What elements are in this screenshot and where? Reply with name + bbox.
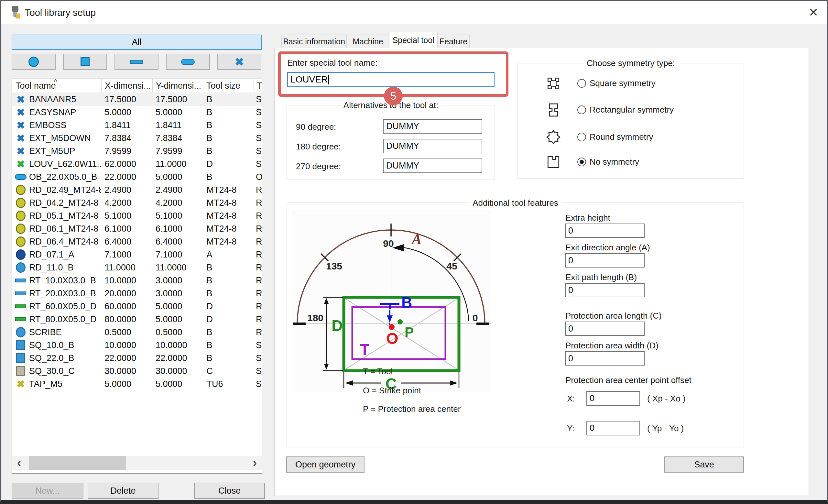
table-row[interactable]: SQ_10.0_B10.000010.0000BSquare xyxy=(12,339,262,352)
tool-type-value: Square xyxy=(253,366,262,376)
table-row[interactable]: ✖EXT_M5UP7.95997.9599BSpecial xyxy=(12,144,262,158)
tool-type-value: Obround xyxy=(253,172,262,182)
x-dimension-value: 5.0000 xyxy=(101,108,152,117)
table-row[interactable]: ✖EMBOSS1.84111.8411BSpecial xyxy=(12,119,262,132)
filter-square-button[interactable] xyxy=(63,54,107,70)
filter-round-button[interactable] xyxy=(12,54,56,70)
special-tool-icon: ✖ xyxy=(235,56,244,67)
tool-size-value: MT24-8 xyxy=(203,185,253,195)
table-row[interactable]: ✖TAP_M55.00005.0000TU6Special xyxy=(12,378,262,390)
tool-size-value: MT24-8 xyxy=(203,224,253,234)
filter-all-button[interactable]: All xyxy=(12,35,262,50)
radio-square-symmetry[interactable] xyxy=(577,79,586,88)
x-dimension-value: 1.8411 xyxy=(101,120,152,130)
offset-y-hint: ( Yp - Yo ) xyxy=(647,423,684,433)
table-row[interactable]: RD_05.1_MT24-85.10005.1000MT24-8Round xyxy=(12,209,262,222)
table-row[interactable]: RD_06.1_MT24-86.10006.1000MT24-8Round xyxy=(12,222,262,235)
bar-blue-shape xyxy=(15,291,26,295)
table-row[interactable]: SQ_22.0_B22.000022.0000BSquare xyxy=(12,352,262,365)
tab-special-tool[interactable]: Special tool xyxy=(389,32,438,48)
alt-degree-input[interactable]: DUMMY xyxy=(383,119,482,134)
table-row[interactable]: RD_11.0_B11.000011.0000BRound xyxy=(12,261,262,274)
y-dimension-value: 30.0000 xyxy=(152,366,203,376)
tool-type-value: Rectangle xyxy=(253,301,262,311)
table-row[interactable]: RD_06.4_MT24-86.40006.4000MT24-8Round xyxy=(12,235,262,248)
circle-navy-shape xyxy=(16,249,26,260)
svg-text:D: D xyxy=(332,317,343,334)
column-header-tool-size[interactable]: Tool size xyxy=(203,79,254,92)
table-row[interactable]: RT_80.0X05.0_D80.00005.0000DRectangle xyxy=(12,313,262,326)
scrollbar-thumb[interactable] xyxy=(29,456,126,470)
filter-obround-button[interactable] xyxy=(166,54,210,70)
new-button[interactable]: New... xyxy=(12,482,83,499)
alt-degree-input[interactable]: DUMMY xyxy=(383,159,482,173)
table-row[interactable]: ✖LOUV_L62.0W11....62.000011.0000DSpecial xyxy=(12,158,262,170)
open-geometry-button[interactable]: Open geometry xyxy=(286,456,365,473)
table-row[interactable]: RD_04.2_MT24-84.20004.2000MT24-8Round xyxy=(12,196,262,209)
table-row[interactable]: ✖EASYSNAP5.00005.0000BSpecial xyxy=(12,106,262,119)
radio-rectangular-symmetry[interactable] xyxy=(577,106,586,114)
feature-label: Protection area length (C) xyxy=(565,311,662,321)
table-row[interactable]: ✖BANAANR517.500017.5000BSpecial xyxy=(12,93,262,106)
table-row[interactable]: SQ_30.0_C30.000030.0000CSquare xyxy=(12,365,262,378)
sort-ascending-icon: ^ xyxy=(54,79,57,86)
svg-text:180: 180 xyxy=(307,312,323,323)
y-dimension-value: 2.4900 xyxy=(152,185,203,195)
offset-x-input[interactable]: 0 xyxy=(586,391,640,406)
tab-basic-information[interactable]: Basic information xyxy=(281,35,347,48)
alt-degree-label: 180 degree: xyxy=(296,142,341,152)
svg-text:P: P xyxy=(405,325,414,340)
x-dimension-value: 80.0000 xyxy=(101,314,152,325)
tool-name: RT_20.0X03.0_B xyxy=(29,289,101,299)
filter-rectangle-button[interactable] xyxy=(115,54,159,70)
tool-name: SQ_30.0_C xyxy=(29,366,101,376)
feature-input[interactable]: 0 xyxy=(565,223,645,238)
radio-round-symmetry[interactable] xyxy=(577,133,586,141)
table-row[interactable]: OB_22.0X05.0_B22.00005.0000BObround xyxy=(12,170,262,183)
annotation-step-badge: 5 xyxy=(384,87,403,106)
table-row[interactable]: SCRIBE0.50000.5000BRound xyxy=(12,326,262,339)
column-header-type[interactable]: Type xyxy=(254,79,262,92)
x-yellow-icon: ✖ xyxy=(14,378,27,390)
table-row[interactable]: RT_20.0X03.0_B20.00003.0000BRectangle xyxy=(12,287,262,300)
offset-y-label: Y: xyxy=(567,423,574,433)
table-row[interactable]: RD_02.49_MT24-82.49002.4900MT24-8Round xyxy=(12,183,262,196)
feature-input[interactable]: 0 xyxy=(565,322,645,336)
svg-text:90: 90 xyxy=(383,238,394,249)
feature-input[interactable]: 0 xyxy=(565,283,645,297)
table-row[interactable]: RT_60.0X05.0_D60.00005.0000DRectangle xyxy=(12,300,262,313)
tool-type-value: Round xyxy=(253,327,262,337)
feature-input[interactable]: 0 xyxy=(565,253,645,267)
table-row[interactable]: RD_07.1_A7.10007.1000ARound xyxy=(12,248,262,261)
bar-blue-shape xyxy=(15,279,26,283)
column-header-y-dimension[interactable]: Y-dimensi... xyxy=(153,79,203,92)
tab-machine[interactable]: Machine xyxy=(346,35,389,48)
x-dimension-value: 6.4000 xyxy=(101,237,152,247)
close-button[interactable]: Close xyxy=(194,482,265,499)
delete-button[interactable]: Delete xyxy=(88,482,159,499)
feature-input[interactable]: 0 xyxy=(565,351,645,366)
y-dimension-value: 5.0000 xyxy=(152,314,203,325)
column-header-x-dimension[interactable]: X-dimensi... xyxy=(101,79,153,92)
y-dimension-value: 5.1000 xyxy=(152,211,203,221)
tool-type-value: Special xyxy=(253,94,262,104)
radio-no-symmetry[interactable] xyxy=(577,158,586,166)
offset-y-input[interactable]: 0 xyxy=(586,421,640,435)
tool-type-value: Special xyxy=(253,379,262,389)
filter-special-button[interactable]: ✖ xyxy=(217,54,261,70)
save-button[interactable]: Save xyxy=(664,456,744,473)
table-row[interactable]: ✖EXT_M5DOWN7.83847.8384BSpecial xyxy=(12,132,262,144)
close-icon[interactable]: ✕ xyxy=(803,4,824,21)
column-header-tool-name[interactable]: Tool name ^ xyxy=(12,79,101,92)
alt-degree-input[interactable]: DUMMY xyxy=(383,139,482,153)
legend-protection-area-center: P = Protection area center xyxy=(363,404,461,414)
table-row[interactable]: RT_10.0X03.0_B10.00003.0000BRectangle xyxy=(12,274,262,287)
legend-strike-point: O = Strike point xyxy=(363,386,421,395)
scroll-left-icon[interactable]: ‹ xyxy=(12,456,26,470)
bar-green-icon xyxy=(14,313,27,325)
tool-name: EASYSNAP xyxy=(29,108,101,117)
tab-feature[interactable]: Feature xyxy=(437,35,470,48)
scroll-right-icon[interactable]: › xyxy=(248,456,262,470)
special-tool-name-input[interactable]: LOUVER xyxy=(287,72,495,87)
svg-text:A: A xyxy=(411,231,422,248)
